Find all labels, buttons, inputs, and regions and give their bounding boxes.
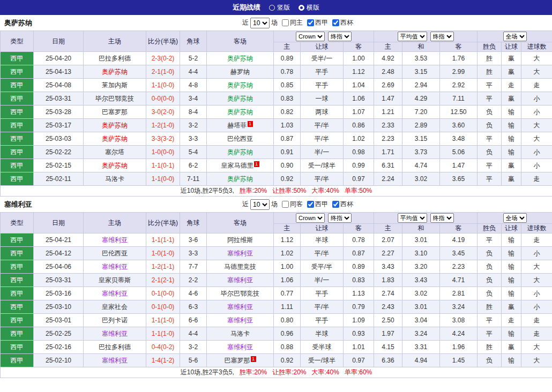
full-match-select[interactable]: 全场	[503, 32, 527, 41]
avg-draw-odds-cell: 7.20	[402, 105, 440, 119]
goals-result-cell: 大	[521, 341, 552, 354]
away-team-cell: 毕尔巴鄂竞技	[207, 287, 274, 300]
away-odds-cell: 1.01	[344, 341, 374, 354]
team-label: 塞维利亚	[102, 357, 128, 364]
full-match-select[interactable]: 全场	[503, 213, 527, 223]
goals-result-cell: 大	[521, 119, 552, 132]
date-cell: 25-04-06	[34, 260, 84, 274]
filter-checkbox-league[interactable]: 西甲	[307, 18, 328, 27]
handicap-cell: 平手	[301, 65, 344, 79]
layout-radio-horizontal[interactable]: 横版	[299, 3, 319, 12]
column-header: 角球	[180, 31, 207, 52]
avg-draw-odds-cell: 3.43	[402, 274, 440, 287]
score-cell: 2-1(1-0)	[146, 65, 180, 79]
filter-checkbox-cup[interactable]: 西杯	[332, 18, 353, 27]
home-odds-cell: 0.92	[274, 172, 301, 186]
team-label: 塞尔塔	[105, 148, 124, 156]
date-cell: 25-02-16	[34, 341, 84, 354]
wdl-result-cell: 胜	[478, 341, 502, 354]
final-odds-select-2[interactable]: 终指	[430, 32, 454, 41]
wdl-result-cell: 平	[478, 233, 502, 247]
odds-group-header: 全场	[478, 213, 552, 224]
date-cell: 25-04-12	[34, 247, 84, 260]
date-cell: 25-03-03	[34, 132, 84, 146]
team-section-band: 塞维利亚近10场同客西甲西杯	[0, 197, 552, 212]
team-label: 塞维利亚	[227, 303, 253, 311]
home-odds-cell: 0.80	[274, 314, 301, 327]
away-odds-cell: 1.04	[344, 79, 374, 92]
wdl-result-cell: 平	[478, 92, 502, 105]
avg-draw-odds-cell: 3.20	[402, 260, 440, 274]
away-team-cell: 赫罗纳	[207, 65, 274, 79]
average-select[interactable]: 平均值	[398, 213, 427, 223]
home-odds-cell: 0.90	[274, 159, 301, 172]
goals-result-cell: 走	[521, 327, 552, 341]
filter-checkbox-same-venue[interactable]: 同客	[282, 200, 303, 209]
avg-draw-odds-cell: 3.04	[402, 314, 440, 327]
checkbox-input-league[interactable]	[307, 19, 314, 26]
final-odds-select[interactable]: 终指	[328, 32, 352, 41]
checkbox-input-same-venue[interactable]	[282, 19, 289, 26]
away-team-cell: 皇家马德里1	[207, 159, 274, 172]
handicap-result-cell: 输	[502, 274, 521, 287]
average-select[interactable]: 平均值	[398, 32, 427, 41]
away-team-cell: 马洛卡	[207, 327, 274, 341]
team-label: 奥萨苏纳	[102, 135, 128, 142]
handicap-result-cell: 输	[502, 260, 521, 274]
home-team-cell: 巴伦西亚	[84, 247, 146, 260]
corner-cell: 7-7	[180, 260, 207, 274]
date-cell: 25-03-10	[34, 300, 84, 314]
score-cell: 0-1(0-0)	[146, 287, 180, 300]
wdl-result-cell: 负	[478, 274, 502, 287]
filter-checkbox-league[interactable]: 西甲	[307, 200, 328, 209]
games-label: 场	[271, 200, 278, 209]
checkbox-input-league[interactable]	[307, 201, 314, 208]
avg-home-odds-cell: 2.69	[374, 79, 402, 92]
date-cell: 25-02-11	[34, 172, 84, 186]
avg-draw-odds-cell: 3.02	[402, 287, 440, 300]
avg-draw-odds-cell: 3.15	[402, 65, 440, 79]
checkbox-input-cup[interactable]	[332, 201, 339, 208]
match-row: 西甲25-04-21塞维利亚1-1(1-1)3-6阿拉维斯1.12半球0.782…	[1, 233, 552, 247]
wdl-result-cell: 平	[478, 79, 502, 92]
filter-checkbox-cup[interactable]: 西杯	[332, 200, 353, 209]
sub-column-header: 让球	[301, 42, 344, 52]
date-cell: 25-03-28	[34, 105, 84, 119]
checkbox-label: 同主	[290, 18, 303, 27]
layout-radio-vertical[interactable]: 竖版	[269, 3, 290, 12]
corner-cell: 6-6	[180, 314, 207, 327]
team-label: 塞维利亚	[102, 330, 128, 337]
final-odds-select[interactable]: 终指	[328, 213, 352, 223]
team-label: 奥萨苏纳	[227, 95, 253, 102]
avg-home-odds-cell: 6.31	[374, 159, 402, 172]
recent-count-select[interactable]: 10	[250, 18, 270, 28]
summary-stat: 大率:40%	[312, 368, 339, 376]
home-odds-cell: 0.77	[274, 287, 301, 300]
goals-result-cell: 大	[521, 260, 552, 274]
filter-checkbox-same-venue[interactable]: 同主	[282, 18, 303, 27]
recent-count-select[interactable]: 10	[250, 199, 270, 210]
avg-draw-odds-cell: 3.15	[402, 132, 440, 146]
home-odds-cell: 0.87	[274, 132, 301, 146]
wdl-result-cell: 平	[478, 327, 502, 341]
home-team-cell: 皇家社会	[84, 300, 146, 314]
avg-away-odds-cell: 12.50	[440, 105, 478, 119]
goals-result-cell: 小	[521, 287, 552, 300]
sub-column-header: 和	[402, 224, 440, 233]
away-odds-cell: 0.89	[344, 260, 374, 274]
team-label: 皇家社会	[102, 303, 128, 311]
final-odds-select-2[interactable]: 终指	[430, 213, 454, 223]
handicap-cell: 平手	[301, 287, 344, 300]
bookmaker-select[interactable]: Crown	[296, 213, 325, 223]
away-odds-cell: 1.09	[344, 314, 374, 327]
goals-result-cell: 小	[521, 247, 552, 260]
checkbox-input-same-venue[interactable]	[282, 201, 289, 208]
away-team-cell: 奥萨苏纳	[207, 79, 274, 92]
away-odds-cell: 0.97	[344, 354, 374, 367]
team-label: 奥萨苏纳	[227, 148, 253, 156]
topbar: 近期战绩 竖版 横版	[0, 0, 552, 15]
league-cell: 西甲	[1, 92, 34, 105]
checkbox-input-cup[interactable]	[332, 19, 339, 26]
avg-home-odds-cell: 4.92	[374, 52, 402, 65]
bookmaker-select[interactable]: Crown	[296, 32, 325, 41]
